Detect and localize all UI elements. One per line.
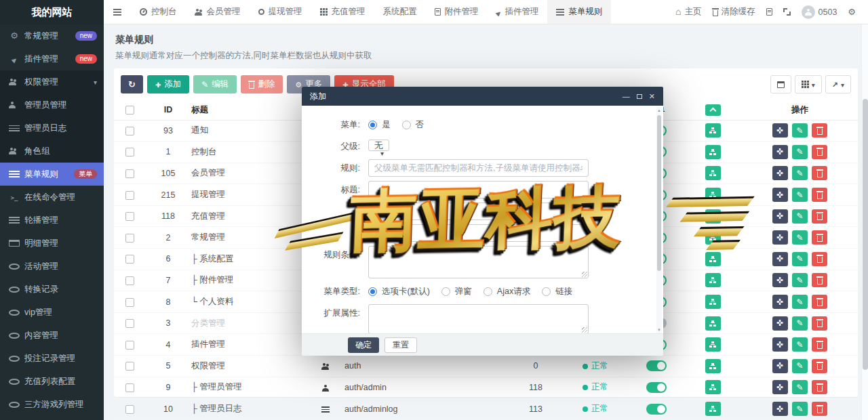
sub-menu-button[interactable] [705,166,721,180]
row-edit-button[interactable] [792,145,808,159]
icon-input[interactable] [368,203,589,220]
close-icon[interactable]: ✕ [649,93,655,100]
export-button[interactable] [825,75,851,93]
drag-button[interactable] [772,145,788,159]
drag-button[interactable] [772,295,788,309]
row-delete-button[interactable] [812,252,827,266]
row-edit-button[interactable] [792,402,808,416]
scroll-up-icon[interactable]: ▲ [656,108,662,112]
maximize-icon[interactable] [637,94,642,99]
drag-button[interactable] [772,252,788,266]
ext-textarea[interactable] [368,304,589,333]
edit-button[interactable]: 编辑 [193,75,237,93]
sidebar-item-权限管理[interactable]: 权限管理 ▾ [0,70,104,93]
sidebar-toggle-button[interactable] [104,0,131,24]
toggle-view-button[interactable] [770,75,791,93]
row-delete-button[interactable] [812,145,827,159]
tab-充值管理[interactable]: 充值管理 [311,0,374,24]
sub-menu-button[interactable] [705,316,721,331]
row-delete-button[interactable] [812,337,827,352]
menu-toggle[interactable] [646,382,667,393]
drag-button[interactable] [772,230,788,245]
type-popup-radio[interactable] [441,287,450,296]
row-edit-button[interactable] [792,188,808,202]
menu-yes-radio[interactable] [368,121,377,129]
row-edit-button[interactable] [792,123,808,138]
row-edit-button[interactable] [792,359,808,373]
reset-button[interactable]: 重置 [384,337,417,353]
row-checkbox[interactable] [125,362,134,371]
type-link-radio[interactable] [542,287,551,296]
rule-input[interactable] [368,159,589,177]
drag-button[interactable] [772,166,788,180]
ok-button[interactable]: 确定 [348,337,379,353]
sidebar-item-内容管理[interactable]: 内容管理 [0,324,104,347]
sub-menu-button[interactable] [705,359,721,373]
parent-select[interactable]: 无 [368,140,389,151]
sub-menu-button[interactable] [705,252,721,266]
row-checkbox[interactable] [125,255,134,264]
fullscreen-button[interactable] [783,8,791,16]
settings-button[interactable] [848,7,856,17]
title-input[interactable] [368,181,589,198]
row-checkbox[interactable] [125,319,134,328]
drag-button[interactable] [772,380,788,394]
sub-menu-button[interactable] [705,230,721,245]
sidebar-item-轮播管理[interactable]: 轮播管理 [0,209,104,232]
row-delete-button[interactable] [812,273,827,287]
clear-cache-link[interactable]: 清除缓存 [713,6,755,18]
dialog-titlebar[interactable]: 添加 — ✕ [302,87,663,106]
drag-button[interactable] [772,316,788,331]
sub-menu-button[interactable] [705,295,721,309]
row-checkbox[interactable] [125,191,134,200]
sidebar-item-角色组[interactable]: 角色组 [0,140,104,163]
row-edit-button[interactable] [792,295,808,309]
tab-会员管理[interactable]: 会员管理 [186,0,250,24]
sub-menu-button[interactable] [705,402,721,416]
type-ajax-radio[interactable] [484,287,492,296]
tab-系统配置[interactable]: 系统配置 [374,0,426,24]
row-delete-button[interactable] [812,380,827,394]
collapse-all-button[interactable] [705,104,721,116]
tab-菜单规则[interactable]: 菜单规则 [547,0,611,24]
row-delete-button[interactable] [812,123,827,138]
drag-button[interactable] [772,273,788,287]
row-edit-button[interactable] [792,209,808,224]
sub-menu-button[interactable] [705,209,721,224]
menu-toggle[interactable] [646,404,667,415]
row-checkbox[interactable] [125,148,134,156]
menu-toggle[interactable] [646,360,667,371]
row-checkbox[interactable] [125,341,134,350]
sub-menu-button[interactable] [705,380,721,394]
drag-button[interactable] [772,359,788,373]
sub-menu-button[interactable] [705,337,721,352]
drag-button[interactable] [772,337,788,352]
sidebar-item-管理员管理[interactable]: 管理员管理 [0,93,104,117]
sub-menu-button[interactable] [705,145,721,159]
columns-button[interactable] [795,75,822,93]
drag-button[interactable] [772,402,788,416]
row-edit-button[interactable] [792,337,808,352]
select-all-checkbox[interactable] [125,106,134,114]
page-scrollbar[interactable] [861,24,868,420]
row-delete-button[interactable] [812,209,827,224]
row-edit-button[interactable] [792,230,808,245]
add-button[interactable]: 添加 [147,75,189,93]
condition-textarea[interactable] [368,246,589,278]
sidebar-item-菜单规则[interactable]: 菜单规则 菜单 [0,163,104,186]
scrollbar-thumb[interactable] [863,99,868,370]
scroll-down-icon[interactable]: ▼ [656,328,662,332]
row-checkbox[interactable] [125,405,134,414]
weight-input[interactable] [368,224,589,242]
dialog-scrollbar[interactable]: ▲ ▼ [656,107,662,333]
drag-button[interactable] [772,188,788,202]
sidebar-item-充值列表配置[interactable]: 充值列表配置 [0,370,104,393]
sidebar-item-活动管理[interactable]: 活动管理 [0,255,104,278]
row-checkbox[interactable] [125,169,134,178]
row-delete-button[interactable] [812,402,827,416]
row-checkbox[interactable] [125,276,134,285]
sub-menu-button[interactable] [705,188,721,202]
row-delete-button[interactable] [812,188,827,202]
tab-提现管理[interactable]: 提现管理 [250,0,311,24]
home-link[interactable]: 主页 [675,6,701,18]
